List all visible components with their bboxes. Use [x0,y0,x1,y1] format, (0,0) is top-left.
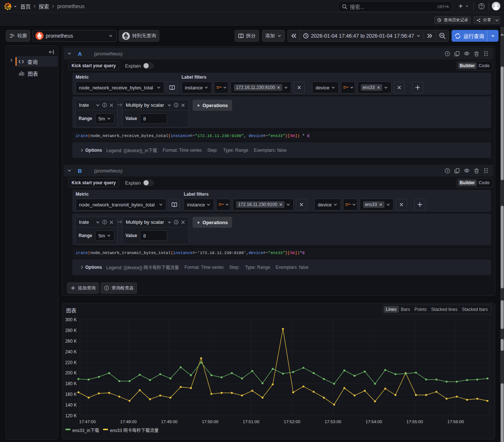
svg-text:180 K: 180 K [65,381,77,386]
svg-text:17:51:00: 17:51:00 [243,419,259,424]
svg-text:?: ? [446,52,448,55]
svg-text:17:48:00: 17:48:00 [120,419,137,424]
svg-text:240 K: 240 K [65,349,77,354]
svg-text:?: ? [446,169,448,172]
svg-text:17:49:00: 17:49:00 [161,419,177,424]
svg-text:260 K: 260 K [65,339,77,344]
svg-text:17:56:00: 17:56:00 [448,419,464,424]
svg-text:300 K: 300 K [65,317,77,322]
svg-text:ens33 网卡每秒下载流量: ens33 网卡每秒下载流量 [110,428,159,433]
svg-text:17:47:00: 17:47:00 [79,419,96,424]
svg-text:160 K: 160 K [65,392,77,397]
svg-text:ens33_in下载: ens33_in下载 [72,428,99,433]
svg-text:17:50:00: 17:50:00 [202,419,218,424]
svg-text:280 K: 280 K [65,328,77,333]
svg-text:17:55:00: 17:55:00 [407,419,423,424]
svg-text:140 K: 140 K [65,402,77,408]
svg-text:200 K: 200 K [65,370,77,376]
svg-text:120 K: 120 K [65,413,77,418]
svg-text:17:53:00: 17:53:00 [325,419,341,424]
svg-text:220 K: 220 K [65,360,77,365]
svg-text:17:54:00: 17:54:00 [366,419,382,424]
svg-text:17:52:00: 17:52:00 [284,419,300,424]
